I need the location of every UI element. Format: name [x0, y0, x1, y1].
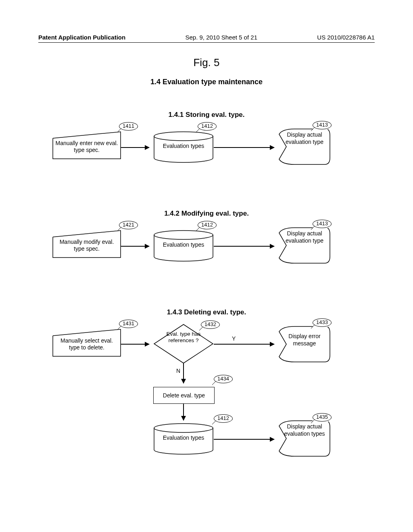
- arrow-icon: [214, 246, 274, 247]
- display-2-text: Display actual evaluation type: [283, 230, 326, 244]
- edge-label-n: N: [176, 368, 180, 374]
- arrow-icon: [121, 246, 149, 247]
- display-error: Display error message: [278, 326, 331, 363]
- manual-input-1-text: Manually enter new eval. type spec.: [55, 140, 119, 154]
- display-2: Display actual evaluation type: [278, 227, 331, 264]
- display-1: Display actual evaluation type: [278, 128, 331, 165]
- callout-1412b: 1412: [198, 221, 217, 229]
- process-delete: Delete eval. type: [153, 387, 215, 404]
- section-2-title: 1.4.2 Modifying eval. type.: [0, 210, 413, 218]
- decision-text: Eval. type has references ?: [161, 331, 206, 344]
- manual-input-3-text: Manually select eval. type to delete.: [55, 337, 119, 351]
- database-3-text: Evaluation types: [153, 434, 214, 441]
- svg-point-3: [154, 424, 213, 432]
- callout-1411: 1411: [119, 122, 138, 131]
- diagram-title: 1.4 Evaluation type maintenance: [0, 78, 413, 86]
- decision-references: Eval. type has references ?: [153, 324, 214, 364]
- database-3: Evaluation types: [153, 423, 214, 455]
- display-error-text: Display error message: [283, 333, 326, 347]
- arrow-icon: [214, 439, 274, 440]
- edge-label-y: Y: [232, 335, 236, 342]
- callout-1434: 1434: [214, 375, 233, 383]
- display-ok: Display actual evaluation types: [278, 420, 331, 457]
- callout-1432: 1432: [201, 320, 220, 329]
- header-left: Patent Application Publication: [38, 34, 125, 41]
- callout-1413a: 1413: [313, 121, 332, 129]
- page-header: Patent Application Publication Sep. 9, 2…: [38, 34, 375, 41]
- manual-input-2: Manually modify eval. type spec.: [52, 230, 121, 258]
- arrow-icon: [214, 147, 274, 148]
- arrow-icon: [121, 147, 149, 148]
- header-right: US 2010/0228786 A1: [317, 34, 375, 41]
- header-rule: [38, 42, 375, 43]
- database-2-text: Evaluation types: [153, 241, 214, 248]
- callout-1412a: 1412: [198, 122, 217, 131]
- svg-point-0: [154, 132, 213, 141]
- figure-label: Fig. 5: [0, 56, 413, 69]
- database-1: Evaluation types: [153, 131, 214, 163]
- svg-point-1: [154, 231, 213, 239]
- manual-input-2-text: Manually modify eval. type spec.: [55, 239, 119, 253]
- header-middle: Sep. 9, 2010 Sheet 5 of 21: [186, 34, 257, 41]
- display-1-text: Display actual evaluation type: [283, 131, 326, 145]
- callout-1413b: 1413: [313, 220, 332, 228]
- database-2: Evaluation types: [153, 230, 214, 262]
- callout-1433: 1433: [313, 318, 332, 327]
- arrow-icon: [183, 403, 184, 420]
- database-1-text: Evaluation types: [153, 143, 214, 149]
- section-1-title: 1.4.1 Storing eval. type.: [0, 111, 413, 119]
- arrow-icon: [214, 344, 274, 345]
- manual-input-3: Manually select eval. type to delete.: [52, 328, 121, 357]
- process-delete-text: Delete eval. type: [163, 392, 205, 399]
- callout-1435: 1435: [313, 413, 332, 422]
- arrow-icon: [183, 363, 184, 383]
- callout-1412c: 1412: [214, 414, 233, 423]
- section-3-title: 1.4.3 Deleting eval. type.: [0, 308, 413, 316]
- arrow-icon: [121, 344, 149, 345]
- callout-1431: 1431: [119, 320, 138, 328]
- display-ok-text: Display actual evaluation types: [283, 423, 326, 437]
- manual-input-1: Manually enter new eval. type spec.: [52, 131, 121, 159]
- callout-1421: 1421: [119, 221, 138, 229]
